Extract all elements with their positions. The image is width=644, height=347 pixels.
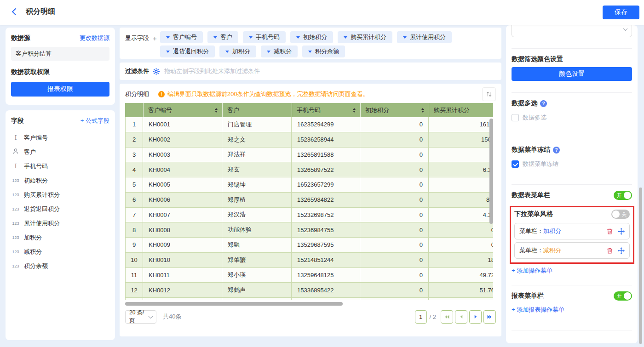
field-item[interactable]: I 123 积分余额 [11, 259, 109, 273]
field-chip[interactable]: 手机号码 [243, 31, 286, 43]
trash-icon[interactable] [606, 247, 613, 254]
trash-icon[interactable] [606, 228, 613, 235]
field-item[interactable]: I 123 客户 [11, 145, 109, 159]
multiselect-title: 数据多选 [512, 99, 537, 108]
page-number-input[interactable]: 1 [415, 310, 427, 324]
back-icon[interactable] [12, 8, 19, 16]
chevron-down-icon [296, 36, 300, 40]
number-type-icon: 123 [11, 207, 20, 211]
settings-panel: 数据筛选颜色设置 颜色设置 数据多选 数据多选 数据菜单冻结 数据菜单冻结 数据… [506, 25, 638, 343]
field-chip[interactable]: 减积分 [261, 46, 298, 57]
field-item[interactable]: I 123 加积分 [11, 230, 109, 245]
window-scrollbar[interactable] [639, 188, 642, 344]
chevron-down-icon [166, 51, 170, 55]
field-item[interactable]: I 123 减积分 [11, 245, 109, 259]
person-icon [11, 148, 20, 156]
column-header[interactable]: 购买累计积分 [429, 103, 493, 117]
field-item[interactable]: I 123 初始积分 [11, 173, 109, 188]
multiselect-checkbox[interactable] [512, 114, 519, 121]
save-button[interactable]: 保存 [603, 6, 639, 19]
move-icon[interactable] [618, 247, 625, 254]
dropdown-style-toggle[interactable]: 关 [611, 210, 630, 219]
prev-page-button[interactable] [455, 310, 467, 324]
column-header[interactable]: 客户编号 [143, 103, 222, 117]
table-row: 4 KH0004 郑玄 13265897522 0 6.14 [125, 162, 493, 177]
sort-carets-icon [421, 108, 424, 113]
next-page-button[interactable] [469, 310, 482, 324]
gear-icon[interactable] [153, 68, 160, 75]
display-fields-panel: 显示字段 + 客户编号 客户 手机号码 初始积分 [120, 28, 501, 59]
color-settings-button[interactable]: 颜色设置 [512, 67, 632, 81]
table-menu-title: 数据表菜单栏 [512, 191, 550, 200]
table-menu-toggle[interactable]: 开 [614, 191, 632, 200]
field-list: I 123 客户编号 I 123 客户 I [11, 131, 109, 273]
table-row: 6 KH0006 郑厚植 13265984822 0 8.3 [125, 193, 493, 208]
add-report-menu-link[interactable]: + 添加报表操作菜单 [512, 306, 632, 314]
field-chip[interactable]: 初始积分 [290, 31, 333, 43]
column-header[interactable]: 手机号码 [292, 103, 360, 117]
column-header[interactable] [125, 103, 143, 117]
fields-panel: 字段 + 公式字段 I 123 客户编号 I 123 客户 [6, 110, 115, 340]
field-chip[interactable]: 积分余额 [302, 46, 345, 57]
change-datasource-link[interactable]: 更改数据源 [80, 34, 109, 42]
chevron-down-icon [623, 26, 628, 31]
report-menu-toggle[interactable]: 开 [614, 291, 632, 301]
move-icon[interactable] [618, 228, 625, 235]
column-header[interactable]: 客户 [222, 103, 292, 117]
field-item[interactable]: I 123 退货退回积分 [11, 202, 109, 216]
dropdown-style-label: 下拉菜单风格 [514, 210, 553, 218]
number-type-icon: 123 [11, 193, 20, 197]
field-chip[interactable]: 退货退回积分 [160, 46, 215, 57]
divider [512, 330, 632, 330]
menu-bar-item[interactable]: 菜单栏： 减积分 [514, 242, 630, 259]
field-chip[interactable]: 客户 [207, 31, 238, 43]
app-root: 积分明细 保存 数据源 更改数据源 客户积分结算 数据获取权限 报表权限 字段 … [0, 0, 644, 347]
field-chip[interactable]: 客户编号 [160, 31, 203, 43]
field-chip[interactable]: 累计使用积分 [397, 31, 452, 43]
report-permission-button[interactable]: 报表权限 [11, 82, 109, 97]
freeze-checkbox-label: 数据菜单冻结 [523, 160, 558, 168]
field-item[interactable]: I 123 累计使用积分 [11, 216, 109, 230]
help-icon[interactable] [540, 100, 547, 107]
field-item[interactable]: I 123 购买累计积分 [11, 188, 109, 202]
first-page-button[interactable] [441, 310, 453, 324]
chevron-down-icon [267, 51, 270, 55]
table-row: 8 KH0008 功能体验 15236984755 0 0 [125, 222, 493, 238]
menu-bar-item[interactable]: 菜单栏： 加积分 [514, 223, 630, 239]
preview-notice: 编辑界面只取数据源前200条作为查询数据预览，完整数据请访问页面查看。 [158, 90, 369, 98]
page-title: 积分明细 [26, 7, 55, 20]
permission-title: 数据获取权限 [11, 68, 109, 76]
table-row-clipped [125, 298, 493, 300]
formula-field-link[interactable]: + 公式字段 [80, 117, 109, 125]
table-row: 12 KH0012 郑鹤声 15336895422 0 51.76 [125, 283, 493, 298]
table-vertical-scrollbar[interactable] [489, 119, 493, 224]
color-filter-title: 数据筛选颜色设置 [512, 55, 632, 64]
help-icon[interactable] [553, 147, 560, 154]
filter-bar[interactable]: 过滤条件 拖动左侧字段到此处来添加过滤条件 [120, 63, 501, 80]
freeze-checkbox[interactable] [512, 160, 519, 168]
divider [512, 285, 632, 285]
display-fields-label: 显示字段 [125, 34, 149, 42]
add-action-menu-link[interactable]: + 添加操作菜单 [512, 267, 632, 275]
table-viewport: 客户编号 客户 手机号码 初始积分 购买累计积分 [125, 103, 493, 300]
page-size-select[interactable]: 20 条/页 [125, 310, 156, 324]
page-total: / 2 [430, 313, 436, 320]
red-annotation-box: 下拉菜单风格 关 菜单栏： 加积分 [510, 206, 634, 264]
settings-select[interactable] [512, 25, 632, 37]
field-item[interactable]: I 123 客户编号 [11, 131, 109, 145]
table-horizontal-scrollbar[interactable] [125, 302, 343, 306]
pagination-bar: 20 条/页 共40条 1 / 2 [125, 310, 496, 324]
table-header: 客户编号 客户 手机号码 初始积分 购买累计积分 [125, 103, 493, 117]
field-item[interactable]: I 123 手机号码 [11, 159, 109, 173]
field-chip[interactable]: 加积分 [219, 46, 256, 57]
chevron-down-icon [166, 36, 170, 40]
add-display-field-button[interactable]: + [153, 34, 157, 42]
column-header[interactable]: 初始积分 [360, 103, 429, 117]
last-page-button[interactable] [483, 310, 496, 324]
table-body: 1 KH0001 门店管理 16235294299 0 161.2 2 KH00… [125, 117, 493, 298]
multiselect-checkbox-label: 数据多选 [523, 114, 546, 122]
datasource-panel: 数据源 更改数据源 客户积分结算 数据获取权限 报表权限 [6, 28, 115, 105]
sort-order-button[interactable] [482, 87, 496, 101]
table-row: 11 KH0011 郑小瑛 13259648125 0 49.72 [125, 268, 493, 283]
field-chip[interactable]: 购买累计积分 [338, 31, 392, 43]
